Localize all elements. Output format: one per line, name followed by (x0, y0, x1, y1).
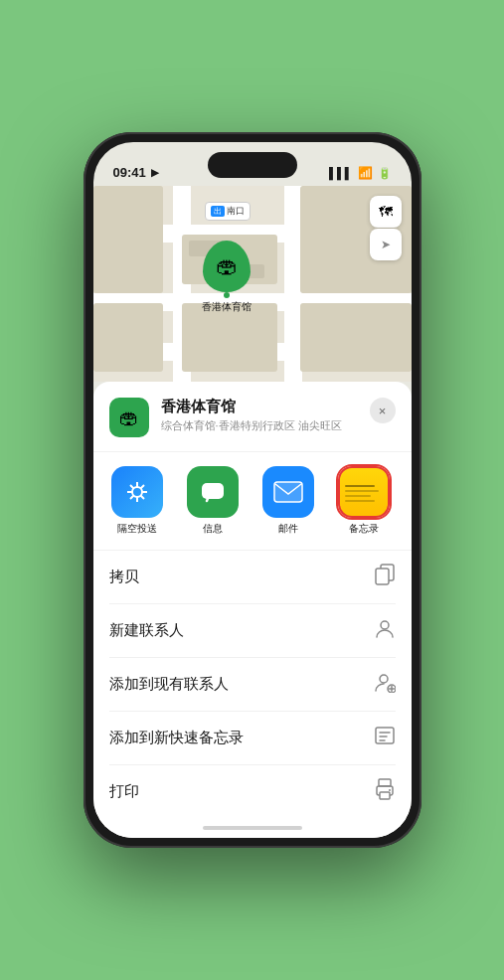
location-icon: 🏟 (109, 398, 149, 437)
location-name: 香港体育馆 (161, 398, 358, 416)
home-bar (203, 826, 302, 830)
action-copy[interactable]: 拷贝 (109, 551, 396, 604)
action-add-existing[interactable]: 添加到现有联系人 (109, 658, 396, 712)
map-area[interactable]: 出 南口 🗺 ➤ 🏟 香港体育馆 (93, 186, 412, 382)
mail-icon (262, 466, 314, 518)
messages-label: 信息 (203, 522, 223, 536)
print-label: 打印 (109, 782, 139, 801)
share-app-airdrop[interactable]: 隔空投送 (101, 466, 173, 536)
quick-note-label: 添加到新快速备忘录 (109, 729, 244, 747)
svg-rect-1 (202, 483, 224, 499)
svg-rect-12 (380, 792, 390, 799)
stadium-marker[interactable]: 🏟 香港体育馆 (202, 241, 252, 314)
map-block-3 (93, 303, 163, 372)
mail-label: 邮件 (278, 522, 298, 536)
location-info: 香港体育馆 综合体育馆·香港特别行政区 油尖旺区 (161, 398, 358, 433)
add-existing-icon (374, 671, 396, 698)
status-icons: ▌▌▌ 📶 🔋 (329, 166, 391, 180)
phone-screen: 09:41 ▶ ▌▌▌ 📶 🔋 (93, 142, 412, 838)
print-icon (374, 778, 396, 805)
bottom-sheet: 🏟 香港体育馆 综合体育馆·香港特别行政区 油尖旺区 × (93, 382, 412, 838)
action-print[interactable]: 打印 (109, 765, 396, 818)
map-block-2 (93, 186, 163, 293)
share-app-mail[interactable]: 邮件 (252, 466, 324, 536)
share-app-notes[interactable]: 备忘录 (328, 466, 400, 536)
location-subtitle: 综合体育馆·香港特别行政区 油尖旺区 (161, 418, 358, 433)
copy-label: 拷贝 (109, 568, 139, 586)
action-list: 拷贝 新建联系人 (93, 551, 412, 818)
close-button[interactable]: × (370, 398, 396, 423)
nankou-text: 南口 (227, 205, 245, 218)
notes-label: 备忘录 (349, 522, 379, 536)
svg-point-7 (380, 675, 388, 683)
share-apps-row: 隔空投送 信息 (93, 452, 412, 551)
map-label-nankou: 出 南口 (205, 202, 251, 221)
stadium-icon: 🏟 (216, 253, 238, 279)
notes-lines (340, 477, 388, 507)
time-display: 09:41 (113, 165, 146, 180)
new-contact-label: 新建联系人 (109, 621, 184, 640)
svg-point-13 (389, 789, 391, 791)
marker-label: 香港体育馆 (202, 300, 252, 314)
svg-point-6 (381, 621, 389, 629)
location-arrow-icon: ▶ (151, 167, 159, 178)
action-quick-note[interactable]: 添加到新快速备忘录 (109, 712, 396, 765)
svg-rect-2 (274, 482, 302, 502)
signal-icon: ▌▌▌ (329, 167, 352, 179)
location-header: 🏟 香港体育馆 综合体育馆·香港特别行政区 油尖旺区 × (93, 398, 412, 452)
phone-frame: 09:41 ▶ ▌▌▌ 📶 🔋 (84, 132, 421, 848)
marker-circle: 🏟 (203, 241, 251, 292)
svg-rect-10 (379, 779, 391, 786)
svg-rect-5 (376, 569, 389, 584)
home-indicator (93, 818, 412, 838)
dynamic-island (208, 152, 297, 178)
quick-note-icon (374, 725, 396, 751)
action-new-contact[interactable]: 新建联系人 (109, 604, 396, 658)
notes-icon (338, 466, 390, 518)
map-type-button[interactable]: 🗺 (370, 196, 402, 228)
status-time: 09:41 ▶ (113, 165, 159, 180)
battery-icon: 🔋 (378, 167, 392, 180)
copy-icon (374, 564, 396, 590)
airdrop-label: 隔空投送 (117, 522, 157, 536)
add-existing-label: 添加到现有联系人 (109, 675, 229, 694)
share-app-more[interactable]: 提 (404, 466, 412, 536)
wifi-icon: 📶 (358, 166, 373, 180)
new-contact-icon (374, 617, 396, 644)
map-controls: 🗺 ➤ (370, 196, 402, 260)
map-block-6 (300, 303, 412, 372)
map-background: 出 南口 🗺 ➤ 🏟 香港体育馆 (93, 186, 412, 382)
road-v2 (284, 186, 302, 382)
share-app-messages[interactable]: 信息 (177, 466, 249, 536)
location-button[interactable]: ➤ (370, 229, 402, 260)
messages-icon (187, 466, 239, 518)
airdrop-icon (111, 466, 163, 518)
